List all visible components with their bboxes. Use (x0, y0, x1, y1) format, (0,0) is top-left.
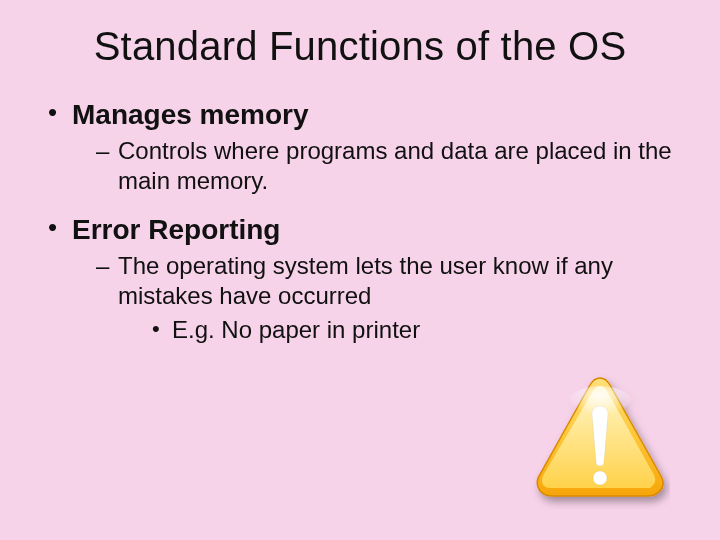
sub-item: The operating system lets the user know … (96, 251, 680, 345)
bullet-item: Error Reporting The operating system let… (46, 212, 680, 345)
warning-icon (530, 370, 670, 510)
slide-title: Standard Functions of the OS (40, 24, 680, 69)
svg-point-1 (593, 471, 607, 485)
slide: Standard Functions of the OS Manages mem… (0, 0, 720, 540)
bullet-item: Manages memory Controls where programs a… (46, 97, 680, 196)
bullet-list: Manages memory Controls where programs a… (46, 97, 680, 345)
sub-text: Controls where programs and data are pla… (118, 137, 672, 194)
subsub-item: E.g. No paper in printer (152, 315, 680, 345)
bullet-label: Error Reporting (72, 214, 280, 245)
sub-list: The operating system lets the user know … (96, 251, 680, 345)
subsub-text: E.g. No paper in printer (172, 316, 420, 343)
sub-text: The operating system lets the user know … (118, 252, 613, 309)
subsub-list: E.g. No paper in printer (152, 315, 680, 345)
bullet-label: Manages memory (72, 99, 309, 130)
sub-list: Controls where programs and data are pla… (96, 136, 680, 196)
sub-item: Controls where programs and data are pla… (96, 136, 680, 196)
